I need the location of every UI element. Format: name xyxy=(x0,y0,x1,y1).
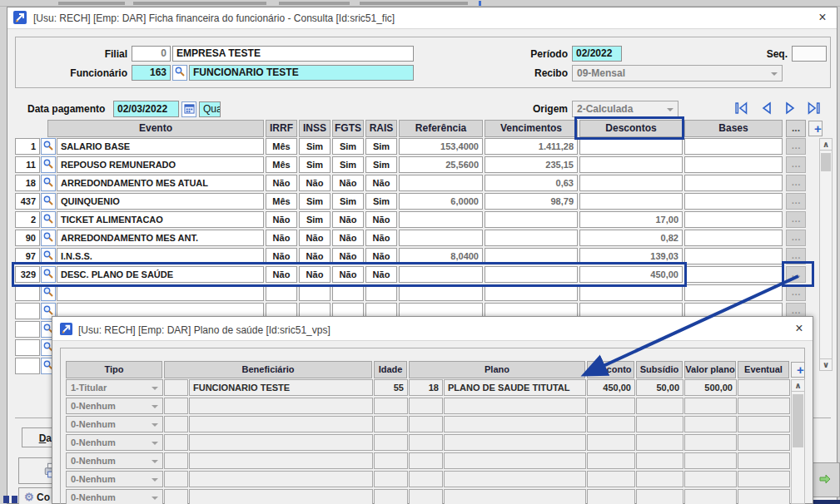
evento-lookup-button[interactable] xyxy=(41,248,56,264)
descontos-cell[interactable] xyxy=(579,156,683,173)
irrf-cell[interactable]: Não xyxy=(266,266,297,283)
plano-name-cell[interactable] xyxy=(444,452,586,469)
vencimentos-cell[interactable] xyxy=(485,211,578,228)
rais-cell[interactable]: Sim xyxy=(365,193,397,210)
beneficiario-cell[interactable] xyxy=(189,489,373,504)
evento-lookup-button[interactable] xyxy=(41,156,56,173)
rais-cell[interactable]: Não xyxy=(365,230,397,246)
beneficiario-cell[interactable] xyxy=(189,398,373,414)
referencia-cell[interactable] xyxy=(399,284,483,301)
irrf-cell[interactable] xyxy=(266,284,297,301)
descontos-cell[interactable]: 450,00 xyxy=(579,266,683,283)
vencimentos-cell[interactable] xyxy=(485,284,578,301)
evento-code-cell[interactable]: 2 xyxy=(15,211,40,228)
beneficiario-subcell[interactable] xyxy=(164,489,188,504)
vencimentos-cell[interactable] xyxy=(485,230,578,246)
dialog-scrollbar-thumb[interactable] xyxy=(793,394,803,447)
dialog-column-desconto[interactable]: Desconto xyxy=(587,361,634,378)
inss-cell[interactable]: Sim xyxy=(299,193,331,210)
row-detail-button[interactable]: ... xyxy=(786,266,806,283)
bases-cell[interactable] xyxy=(684,266,783,283)
desconto-cell[interactable] xyxy=(587,471,635,487)
evento-lookup-button[interactable] xyxy=(41,138,56,155)
subsidio-cell[interactable] xyxy=(636,452,683,469)
dialog-column-tipo[interactable]: Tipo xyxy=(66,361,162,378)
plano-name-cell[interactable] xyxy=(444,398,586,414)
funcionario-lookup-button[interactable] xyxy=(172,65,187,81)
rais-cell[interactable]: Não xyxy=(365,175,397,191)
bases-cell[interactable] xyxy=(684,248,783,264)
idade-cell[interactable] xyxy=(374,416,408,432)
evento-code-cell[interactable] xyxy=(15,358,40,374)
tipo-dropdown[interactable]: 0-Nenhum xyxy=(66,489,163,504)
bases-cell[interactable] xyxy=(684,230,783,246)
idade-cell[interactable]: 55 xyxy=(374,379,408,396)
plano-name-cell[interactable] xyxy=(444,471,586,487)
vencimentos-cell[interactable]: 0,63 xyxy=(485,175,578,191)
irrf-cell[interactable]: Mês xyxy=(266,138,297,155)
beneficiario-subcell[interactable] xyxy=(164,471,188,487)
evento-lookup-button[interactable] xyxy=(41,211,56,228)
inss-cell[interactable]: Não xyxy=(299,175,331,191)
inss-cell[interactable]: Não xyxy=(299,230,331,246)
nav-next-button[interactable] xyxy=(781,101,799,116)
recibo-combo[interactable]: 09-Mensal xyxy=(572,65,783,82)
row-detail-button[interactable]: ... xyxy=(786,248,806,264)
rais-cell[interactable] xyxy=(365,284,397,301)
vencimentos-cell[interactable]: 235,15 xyxy=(485,156,578,173)
vencimentos-cell[interactable] xyxy=(485,248,578,264)
evento-name-cell[interactable] xyxy=(57,284,264,301)
irrf-cell[interactable]: Não xyxy=(266,230,297,246)
bases-cell[interactable] xyxy=(684,284,783,301)
plano-code-cell[interactable] xyxy=(409,398,443,414)
plano-code-cell[interactable] xyxy=(409,471,443,487)
dialog-close-icon[interactable]: × xyxy=(791,321,808,338)
tipo-dropdown[interactable]: 0-Nenhum xyxy=(66,416,163,432)
nav-first-button[interactable] xyxy=(733,101,751,116)
rais-cell[interactable]: Não xyxy=(365,248,397,264)
evento-code-cell[interactable] xyxy=(15,321,40,338)
valor-plano-cell[interactable]: 500,00 xyxy=(684,379,737,396)
evento-name-cell[interactable]: DESC. PLANO DE SAÚDE xyxy=(57,266,264,283)
inss-cell[interactable]: Sim xyxy=(299,211,331,228)
vencimentos-cell[interactable]: 98,79 xyxy=(485,193,578,210)
referencia-cell[interactable] xyxy=(399,266,483,283)
referencia-cell[interactable] xyxy=(399,211,483,228)
irrf-cell[interactable]: Mês xyxy=(266,156,297,173)
origem-combo[interactable]: 2-Calculada xyxy=(572,101,678,117)
referencia-cell[interactable]: 6,0000 xyxy=(399,193,483,210)
funcionario-name-field[interactable]: FUNCIONARIO TESTE xyxy=(189,65,414,81)
beneficiario-subcell[interactable] xyxy=(164,452,188,469)
evento-lookup-button[interactable] xyxy=(41,266,56,283)
valor-plano-cell[interactable] xyxy=(684,434,737,451)
fgts-cell[interactable] xyxy=(332,284,364,301)
eventual-cell[interactable] xyxy=(738,379,790,396)
column-header-vencimentos[interactable]: Vencimentos xyxy=(485,120,578,137)
evento-code-cell[interactable]: 97 xyxy=(15,248,40,264)
eventual-cell[interactable] xyxy=(738,471,790,487)
column-header-inss[interactable]: INSS xyxy=(299,120,331,137)
fgts-cell[interactable]: Sim xyxy=(332,193,364,210)
beneficiario-cell[interactable] xyxy=(189,452,373,469)
fgts-cell[interactable]: Não xyxy=(332,266,364,283)
subsidio-cell[interactable] xyxy=(636,398,683,414)
bases-cell[interactable] xyxy=(684,156,783,173)
evento-name-cell[interactable]: QUINQUENIO xyxy=(57,193,264,210)
bases-cell[interactable] xyxy=(684,175,783,191)
fgts-cell[interactable]: Não xyxy=(332,230,364,246)
valor-plano-cell[interactable] xyxy=(684,398,737,414)
irrf-cell[interactable]: Não xyxy=(266,211,297,228)
row-detail-button[interactable]: ... xyxy=(786,193,806,210)
fgts-cell[interactable]: Não xyxy=(332,175,364,191)
inss-cell[interactable] xyxy=(299,284,331,301)
descontos-cell[interactable] xyxy=(579,284,683,301)
rais-cell[interactable]: Sim xyxy=(365,156,397,173)
vencimentos-cell[interactable]: 1.411,28 xyxy=(485,138,578,155)
row-detail-button[interactable]: ... xyxy=(786,284,806,301)
column-header-more[interactable]: ... xyxy=(786,120,806,137)
tipo-dropdown[interactable]: 0-Nenhum xyxy=(66,452,163,469)
evento-name-cell[interactable]: REPOUSO REMUNERADO xyxy=(57,156,264,173)
evento-name-cell[interactable]: SALARIO BASE xyxy=(57,138,264,155)
inss-cell[interactable]: Não xyxy=(299,248,331,264)
filial-code-field[interactable]: 0 xyxy=(132,46,171,62)
